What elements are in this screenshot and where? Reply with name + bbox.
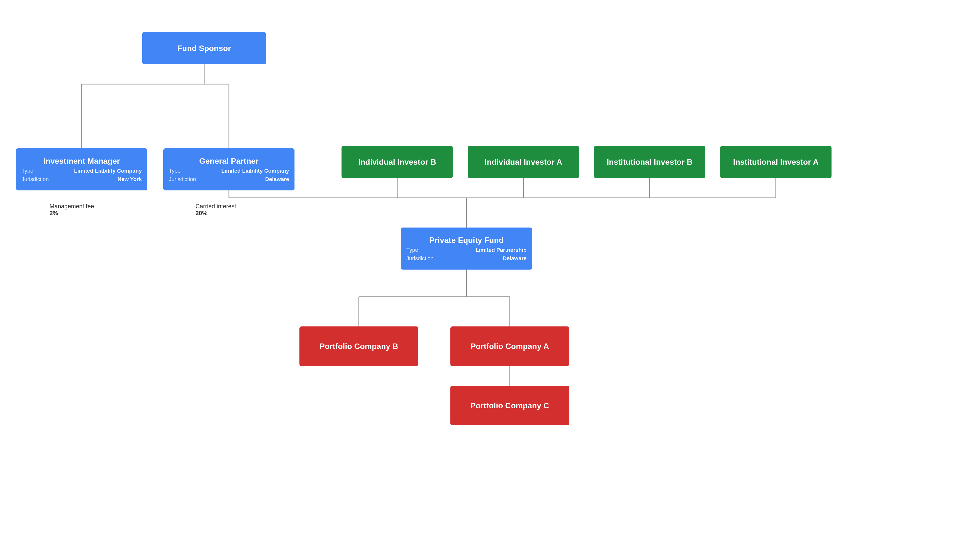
portfolio-company-c-node[interactable]: Portfolio Company C xyxy=(450,386,569,426)
gp-type-label: Type xyxy=(169,168,181,174)
gp-jurisdiction-value: Delaware xyxy=(265,176,289,183)
pef-title: Private Equity Fund xyxy=(430,236,504,245)
im-jurisdiction-label: Jurisdiction xyxy=(22,176,49,183)
individual-investor-a-title: Individual Investor A xyxy=(485,157,562,167)
institutional-investor-b-title: Institutional Investor B xyxy=(607,157,693,167)
gp-type-detail: Type Limited Liability Company xyxy=(169,168,289,174)
carried-interest-label: Carried interest xyxy=(196,203,236,210)
management-fee-annotation: Management fee 2% xyxy=(49,203,94,217)
pef-jurisdiction-value: Delaware xyxy=(503,255,527,262)
carried-interest-value: 20% xyxy=(196,210,236,217)
pcc-title: Portfolio Company C xyxy=(471,401,549,410)
investment-manager-title: Investment Manager xyxy=(43,157,120,166)
individual-investor-b-title: Individual Investor B xyxy=(358,157,436,167)
pef-type-label: Type xyxy=(406,247,418,253)
general-partner-title: General Partner xyxy=(199,157,259,166)
pef-jurisdiction-detail: Jurisdiction Delaware xyxy=(406,255,527,262)
gp-jurisdiction-label: Jurisdiction xyxy=(169,176,196,183)
investment-manager-node[interactable]: Investment Manager Type Limited Liabilit… xyxy=(16,148,147,191)
im-jurisdiction-value: New York xyxy=(118,176,142,183)
management-fee-label: Management fee xyxy=(49,203,94,210)
im-type-label: Type xyxy=(22,168,33,174)
carried-interest-annotation: Carried interest 20% xyxy=(196,203,236,217)
im-type-value: Limited Liability Company xyxy=(74,168,142,174)
investment-manager-jurisdiction: Jurisdiction New York xyxy=(22,176,142,183)
fund-sponsor-title: Fund Sponsor xyxy=(177,44,231,53)
individual-investor-a-node[interactable]: Individual Investor A xyxy=(468,146,579,178)
investment-manager-detail: Type Limited Liability Company xyxy=(22,168,142,174)
individual-investor-b-node[interactable]: Individual Investor B xyxy=(342,146,453,178)
institutional-investor-b-node[interactable]: Institutional Investor B xyxy=(594,146,705,178)
fund-sponsor-node[interactable]: Fund Sponsor xyxy=(142,32,266,64)
pef-type-value: Limited Partnership xyxy=(476,247,527,253)
pef-type-detail: Type Limited Partnership xyxy=(406,247,527,253)
gp-type-value: Limited Liability Company xyxy=(221,168,289,174)
institutional-investor-a-title: Institutional Investor A xyxy=(733,157,819,167)
institutional-investor-a-node[interactable]: Institutional Investor A xyxy=(720,146,832,178)
pcb-title: Portfolio Company B xyxy=(320,342,398,351)
portfolio-company-b-node[interactable]: Portfolio Company B xyxy=(299,326,418,366)
management-fee-value: 2% xyxy=(49,210,94,217)
portfolio-company-a-node[interactable]: Portfolio Company A xyxy=(450,326,569,366)
pef-jurisdiction-label: Jurisdiction xyxy=(406,255,434,262)
pca-title: Portfolio Company A xyxy=(471,342,549,351)
gp-jurisdiction-detail: Jurisdiction Delaware xyxy=(169,176,289,183)
general-partner-node[interactable]: General Partner Type Limited Liability C… xyxy=(163,148,294,191)
private-equity-fund-node[interactable]: Private Equity Fund Type Limited Partner… xyxy=(401,227,532,270)
